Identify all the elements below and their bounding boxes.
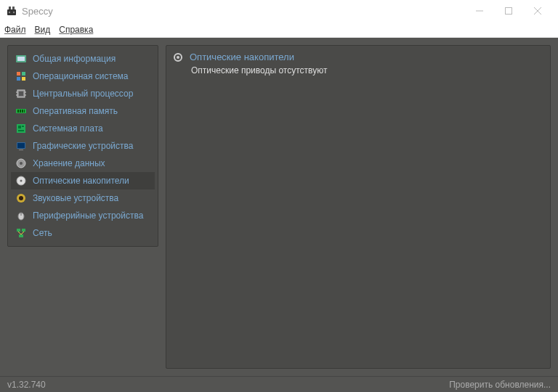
- summary-icon: [15, 53, 27, 65]
- svg-rect-6: [506, 8, 512, 15]
- svg-rect-25: [24, 110, 25, 113]
- motherboard-icon: [15, 123, 27, 134]
- sidebar-item-storage[interactable]: Хранение данных: [11, 155, 155, 172]
- expand-bullet-icon: [174, 53, 182, 62]
- main-panel: Оптические накопители Оптические приводы…: [166, 45, 551, 369]
- titlebar: Speccy: [0, 0, 558, 22]
- window-title: Speccy: [22, 6, 465, 17]
- svg-rect-27: [18, 126, 21, 128]
- svg-rect-16: [19, 91, 23, 96]
- svg-rect-22: [17, 110, 19, 113]
- sidebar-item-motherboard[interactable]: Системная плата: [11, 120, 155, 137]
- svg-point-3: [9, 12, 10, 13]
- app-icon: [6, 5, 17, 17]
- svg-rect-29: [18, 130, 24, 131]
- svg-rect-24: [22, 110, 23, 113]
- svg-point-36: [20, 180, 23, 182]
- sidebar-item-label: Звуковые устройства: [33, 193, 118, 203]
- optical-icon: [15, 175, 27, 187]
- sidebar-item-graphics[interactable]: Графические устройства: [11, 137, 155, 155]
- sidebar-item-os[interactable]: Операционная система: [11, 68, 155, 85]
- sidebar-item-label: Графические устройства: [33, 141, 133, 151]
- network-icon: [15, 227, 27, 239]
- sidebar-item-label: Периферийные устройства: [33, 211, 143, 221]
- sidebar-item-label: Общая информация: [33, 54, 116, 64]
- svg-rect-11: [17, 72, 20, 75]
- storage-icon: [15, 158, 27, 169]
- sidebar-item-ram[interactable]: Оперативная память: [11, 102, 155, 120]
- graphics-icon: [15, 140, 27, 152]
- svg-rect-12: [22, 72, 25, 75]
- content-area: Общая информация Операционная система Це…: [0, 38, 558, 376]
- svg-rect-2: [12, 7, 15, 9]
- sidebar-item-label: Сеть: [33, 228, 52, 238]
- svg-line-44: [18, 232, 21, 234]
- sidebar: Общая информация Операционная система Це…: [7, 45, 158, 247]
- svg-rect-23: [20, 110, 21, 113]
- ram-icon: [15, 105, 27, 117]
- close-button[interactable]: [523, 1, 552, 21]
- svg-point-38: [19, 196, 23, 200]
- svg-point-34: [20, 162, 23, 165]
- sidebar-item-label: Операционная система: [33, 71, 129, 81]
- sidebar-item-peripherals[interactable]: Периферийные устройства: [11, 207, 155, 224]
- svg-rect-42: [22, 229, 25, 232]
- sidebar-item-label: Оптические накопители: [33, 176, 129, 186]
- svg-rect-32: [19, 150, 23, 150]
- sidebar-item-cpu[interactable]: Центральный процессор: [11, 85, 155, 102]
- svg-rect-43: [19, 234, 23, 237]
- menu-file[interactable]: Файл: [4, 25, 26, 35]
- window-controls: [465, 1, 552, 21]
- cpu-icon: [15, 88, 27, 99]
- minimize-button[interactable]: [465, 1, 494, 21]
- version-label: v1.32.740: [7, 380, 46, 390]
- statusbar: v1.32.740 Проверить обновления...: [0, 376, 558, 392]
- sidebar-item-label: Центральный процессор: [33, 89, 133, 99]
- sidebar-item-summary[interactable]: Общая информация: [11, 50, 155, 68]
- menubar: Файл Вид Справка: [0, 22, 558, 38]
- svg-rect-10: [17, 57, 25, 61]
- check-updates-link[interactable]: Проверить обновления...: [449, 380, 551, 390]
- svg-point-4: [13, 12, 15, 13]
- svg-rect-28: [22, 126, 24, 127]
- section-header[interactable]: Оптические накопители: [174, 52, 543, 62]
- sidebar-item-network[interactable]: Сеть: [11, 224, 155, 242]
- svg-rect-31: [17, 143, 25, 148]
- svg-rect-41: [17, 229, 20, 232]
- svg-rect-13: [17, 77, 20, 81]
- sidebar-item-label: Оперативная память: [33, 106, 118, 116]
- sidebar-item-audio[interactable]: Звуковые устройства: [11, 189, 155, 207]
- svg-rect-14: [22, 77, 25, 81]
- svg-line-45: [21, 232, 24, 234]
- menu-help[interactable]: Справка: [59, 25, 93, 35]
- svg-rect-1: [9, 7, 11, 9]
- section-title: Оптические накопители: [190, 52, 294, 62]
- sidebar-item-label: Хранение данных: [33, 158, 105, 168]
- sidebar-item-label: Системная плата: [33, 123, 103, 134]
- menu-view[interactable]: Вид: [35, 25, 51, 35]
- audio-icon: [15, 192, 27, 204]
- peripherals-icon: [15, 210, 27, 221]
- os-icon: [15, 70, 27, 82]
- sidebar-item-optical[interactable]: Оптические накопители: [11, 172, 155, 189]
- section-body: Оптические приводы отсутствуют: [174, 65, 543, 75]
- maximize-button[interactable]: [494, 1, 523, 21]
